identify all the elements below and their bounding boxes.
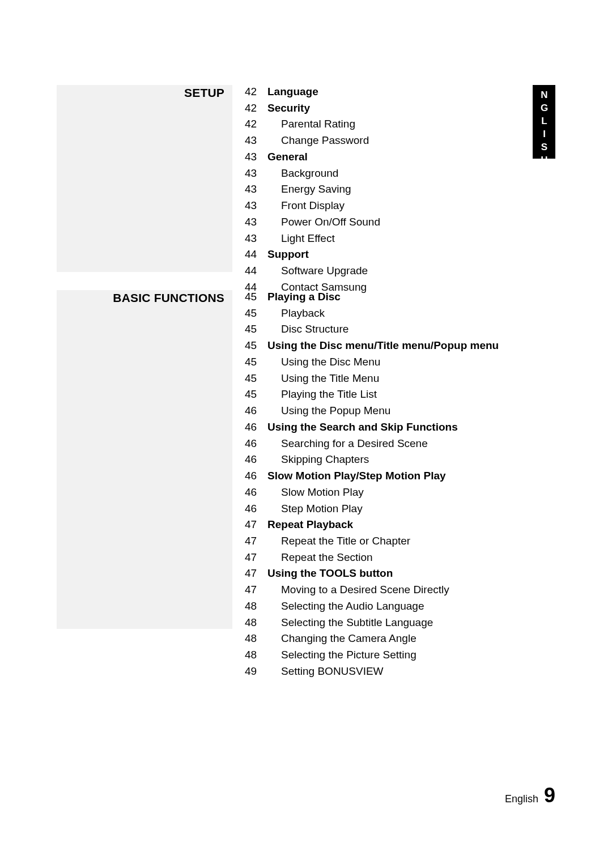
toc-page-number: 45 <box>245 290 267 304</box>
toc-row: 45Playing the Title List <box>245 388 539 401</box>
footer-language: English <box>505 793 538 805</box>
toc-title: Language <box>267 85 318 99</box>
toc-title: Repeat the Section <box>267 551 373 564</box>
toc-title: Security <box>267 101 310 115</box>
toc-title: Using the TOOLS button <box>267 567 393 580</box>
toc-page-number: 47 <box>245 551 267 564</box>
toc-title: Light Effect <box>267 232 335 245</box>
toc-page-number: 48 <box>245 599 267 613</box>
toc-page-number: 46 <box>245 437 267 450</box>
toc-title: Change Password <box>267 134 369 147</box>
toc-title: Selecting the Subtitle Language <box>267 616 433 629</box>
toc-title: Playing the Title List <box>267 388 377 401</box>
toc-page-number: 48 <box>245 616 267 629</box>
toc-title: Skipping Chapters <box>267 453 369 466</box>
toc-page-number: 45 <box>245 372 267 385</box>
toc-row: 45Using the Title Menu <box>245 372 539 385</box>
toc-title: Setting BONUSVIEW <box>267 665 384 678</box>
toc-row: 46Step Motion Play <box>245 502 539 516</box>
toc-page-number: 47 <box>245 583 267 597</box>
toc-title: Parental Rating <box>267 117 355 131</box>
toc-title: General <box>267 150 308 164</box>
toc-row: 45Using the Disc Menu <box>245 355 539 369</box>
toc-title: Searching for a Desired Scene <box>267 437 428 450</box>
toc-row: 46Slow Motion Play <box>245 486 539 499</box>
toc-row: 43Background <box>245 167 539 180</box>
toc-title: Playing a Disc <box>267 290 341 304</box>
toc-page-number: 48 <box>245 648 267 662</box>
toc-row: 46Skipping Chapters <box>245 453 539 466</box>
page: ENGLISH SETUP 42Language42Security42Pare… <box>0 0 612 868</box>
toc-title: Step Motion Play <box>267 502 363 516</box>
toc-row: 48Selecting the Audio Language <box>245 599 539 613</box>
toc-page-number: 44 <box>245 264 267 278</box>
toc-row: 47Repeat Playback <box>245 518 539 531</box>
footer-page-number: 9 <box>544 785 555 806</box>
toc-title: Using the Title Menu <box>267 372 379 385</box>
toc-title: Using the Disc menu/Title menu/Popup men… <box>267 339 499 352</box>
toc-title: Moving to a Desired Scene Directly <box>267 583 449 597</box>
section-label-basic-functions: BASIC FUNCTIONS <box>113 291 224 305</box>
toc-row: 45Disc Structure <box>245 322 539 336</box>
toc-page-number: 45 <box>245 339 267 352</box>
toc-row: 48Changing the Camera Angle <box>245 632 539 645</box>
toc-title: Slow Motion Play/Step Motion Play <box>267 469 446 483</box>
toc-row: 43Front Display <box>245 199 539 212</box>
toc-page-number: 48 <box>245 632 267 645</box>
toc-title: Power On/Off Sound <box>267 215 380 229</box>
toc-column-basic-functions: 45Playing a Disc45Playback45Disc Structu… <box>245 290 539 681</box>
toc-row: 45Playback <box>245 307 539 320</box>
toc-page-number: 45 <box>245 355 267 369</box>
toc-page-number: 42 <box>245 101 267 115</box>
toc-page-number: 45 <box>245 388 267 401</box>
toc-page-number: 43 <box>245 182 267 196</box>
toc-page-number: 43 <box>245 150 267 164</box>
toc-title: Changing the Camera Angle <box>267 632 416 645</box>
toc-page-number: 46 <box>245 486 267 499</box>
toc-title: Using the Disc Menu <box>267 355 380 369</box>
toc-page-number: 46 <box>245 404 267 418</box>
toc-row: 45Using the Disc menu/Title menu/Popup m… <box>245 339 539 352</box>
toc-page-number: 47 <box>245 567 267 580</box>
toc-column-setup: 42Language42Security42Parental Rating43C… <box>245 85 539 297</box>
toc-page-number: 43 <box>245 215 267 229</box>
section-bar-setup: SETUP <box>57 85 232 272</box>
toc-page-number: 45 <box>245 307 267 320</box>
toc-page-number: 47 <box>245 518 267 531</box>
toc-row: 46Using the Popup Menu <box>245 404 539 418</box>
toc-title: Repeat Playback <box>267 518 353 531</box>
toc-row: 44Software Upgrade <box>245 264 539 278</box>
toc-page-number: 43 <box>245 167 267 180</box>
toc-page-number: 45 <box>245 322 267 336</box>
toc-page-number: 49 <box>245 665 267 678</box>
toc-row: 45Playing a Disc <box>245 290 539 304</box>
toc-title: Playback <box>267 307 325 320</box>
toc-page-number: 42 <box>245 85 267 99</box>
toc-row: 47Moving to a Desired Scene Directly <box>245 583 539 597</box>
toc-row: 47Repeat the Section <box>245 551 539 564</box>
toc-row: 43General <box>245 150 539 164</box>
toc-row: 43Energy Saving <box>245 182 539 196</box>
toc-row: 46Searching for a Desired Scene <box>245 437 539 450</box>
toc-row: 48Selecting the Subtitle Language <box>245 616 539 629</box>
edge-tab-label: ENGLISH <box>538 85 550 159</box>
toc-row: 47Using the TOOLS button <box>245 567 539 580</box>
toc-title: Support <box>267 248 309 261</box>
toc-page-number: 42 <box>245 117 267 131</box>
toc-page-number: 46 <box>245 469 267 483</box>
toc-title: Energy Saving <box>267 182 351 196</box>
toc-row: 42Security <box>245 101 539 115</box>
section-label-setup: SETUP <box>184 86 224 100</box>
toc-page-number: 43 <box>245 232 267 245</box>
toc-row: 44Support <box>245 248 539 261</box>
toc-title: Selecting the Audio Language <box>267 599 424 613</box>
toc-page-number: 43 <box>245 134 267 147</box>
toc-title: Background <box>267 167 338 180</box>
toc-title: Slow Motion Play <box>267 486 364 499</box>
toc-page-number: 44 <box>245 248 267 261</box>
toc-title: Selecting the Picture Setting <box>267 648 416 662</box>
toc-title: Software Upgrade <box>267 264 368 278</box>
toc-page-number: 47 <box>245 534 267 548</box>
toc-title: Repeat the Title or Chapter <box>267 534 410 548</box>
toc-page-number: 46 <box>245 420 267 434</box>
